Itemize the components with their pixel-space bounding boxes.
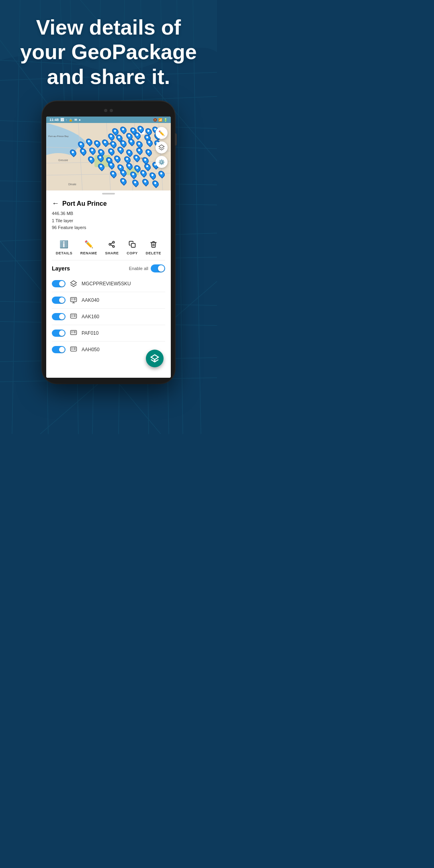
feature-layers-count: 96 Feature layers — [52, 224, 165, 231]
back-nav: ← Port Au Prince — [52, 196, 165, 209]
svg-line-48 — [111, 245, 113, 246]
layer-name-4: PAF010 — [82, 330, 98, 336]
enable-all-container: Enable all — [129, 264, 165, 272]
status-time: 11:48 — [49, 118, 59, 122]
map-pin — [119, 125, 128, 135]
layer-name-2: AAK040 — [82, 297, 99, 303]
status-left: 11:48 🖼 ↑ 🔒 ✉ ● — [49, 118, 81, 122]
rename-icon: ✏️ — [83, 239, 94, 250]
map-pin — [144, 148, 154, 157]
mail-icon: ✉ — [74, 118, 77, 122]
map-pin — [93, 139, 102, 148]
drag-handle[interactable] — [46, 190, 171, 196]
photo-icon: 🖼 — [60, 118, 64, 122]
edit-button[interactable]: ✏️ — [156, 127, 168, 139]
camera-right — [110, 109, 113, 112]
map-pin — [131, 178, 140, 188]
status-bar: 11:48 🖼 ↑ 🔒 ✉ ● 🔕 📶 🔋 — [46, 117, 171, 123]
details-icon: ℹ️ — [58, 239, 70, 250]
map-pin — [151, 179, 160, 188]
hero-section: View details of your GeoPackage and shar… — [0, 0, 217, 97]
package-size: 446.36 MB — [52, 210, 165, 217]
phone-camera-area — [46, 107, 171, 114]
svg-line-49 — [111, 243, 113, 244]
list-item: AAK160 — [52, 309, 165, 325]
action-toolbar: ℹ️ DETAILS ✏️ RENAME — [52, 235, 165, 260]
svg-marker-74 — [151, 355, 158, 360]
copy-icon — [127, 239, 138, 250]
back-button[interactable]: ← — [52, 199, 59, 208]
map-pin — [148, 171, 158, 180]
rename-label: RENAME — [80, 251, 97, 255]
map-view[interactable]: Greusie Gant Dinale Po... Port-au-Prince… — [46, 123, 171, 190]
enable-all-label: Enable all — [129, 266, 148, 271]
map-pin — [125, 162, 134, 171]
delete-label: DELETE — [146, 251, 162, 255]
battery-icon: 🔋 — [164, 118, 168, 122]
svg-marker-51 — [71, 280, 77, 285]
layers-section-title: Layers — [52, 265, 70, 272]
tile-layers-count: 1 Tile layer — [52, 217, 165, 225]
mute-icon: 🔕 — [153, 118, 157, 122]
layer-toggle-1[interactable] — [52, 280, 66, 287]
map-pin — [113, 154, 122, 164]
tile-layer-icon — [70, 280, 78, 288]
map-pin — [119, 177, 128, 186]
map-pins-layer — [46, 123, 171, 190]
phone-screen: 11:48 🖼 ↑ 🔒 ✉ ● 🔕 📶 🔋 — [46, 117, 171, 378]
layer-toggle-5[interactable] — [52, 346, 66, 353]
package-title: Port Au Prince — [62, 200, 107, 207]
map-pin — [157, 170, 166, 179]
dot-icon: ● — [79, 118, 81, 122]
map-pin — [101, 138, 110, 147]
layer-name-3: AAK160 — [82, 314, 99, 319]
map-pin — [87, 155, 96, 164]
map-pin — [69, 148, 78, 158]
layer-toggle-3[interactable] — [52, 313, 66, 320]
share-button[interactable]: SHARE — [105, 239, 119, 255]
list-item: MGCPPREVIEW5SKU — [52, 276, 165, 292]
side-button — [175, 133, 177, 145]
map-pin — [135, 146, 144, 156]
phone-mockup: 11:48 🖼 ↑ 🔒 ✉ ● 🔕 📶 🔋 — [0, 101, 217, 383]
feature-layer-icon — [70, 296, 78, 304]
add-layer-fab[interactable] — [146, 350, 164, 367]
upload-icon: ↑ — [66, 118, 67, 122]
map-pin — [109, 170, 118, 179]
feature-layer-icon-3 — [70, 329, 78, 337]
fab-container — [46, 358, 171, 378]
map-pin — [107, 147, 116, 156]
copy-label: COPY — [127, 251, 138, 255]
feature-layer-icon-4 — [70, 346, 78, 354]
layer-toggle-2[interactable] — [52, 297, 66, 304]
settings-button[interactable]: ⚙️ — [156, 156, 168, 168]
list-item: PAF010 — [52, 325, 165, 342]
wifi-icon: 📶 — [158, 118, 162, 122]
share-label: SHARE — [105, 251, 119, 255]
svg-rect-50 — [131, 244, 135, 248]
drag-handle-bar — [102, 193, 115, 194]
copy-button[interactable]: COPY — [127, 239, 138, 255]
delete-icon — [148, 239, 159, 250]
phone-frame: 11:48 🖼 ↑ 🔒 ✉ ● 🔕 📶 🔋 — [42, 101, 175, 383]
details-label: DETAILS — [56, 251, 72, 255]
feature-layer-icon-2 — [70, 313, 78, 321]
share-icon — [106, 239, 117, 250]
lock-icon: 🔒 — [69, 118, 73, 122]
layer-name-5: AAH050 — [82, 347, 100, 352]
map-pin — [88, 146, 97, 156]
details-button[interactable]: ℹ️ DETAILS — [56, 239, 72, 255]
enable-all-toggle[interactable] — [151, 264, 165, 272]
bottom-sheet: ← Port Au Prince 446.36 MB 1 Tile layer … — [46, 196, 171, 358]
map-pin — [85, 137, 94, 147]
rename-button[interactable]: ✏️ RENAME — [80, 239, 97, 255]
status-right: 🔕 📶 🔋 — [153, 118, 168, 122]
layers-header: Layers Enable all — [52, 260, 165, 276]
layers-button[interactable] — [156, 141, 168, 154]
layer-toggle-4[interactable] — [52, 330, 66, 337]
delete-button[interactable]: DELETE — [146, 239, 162, 255]
list-item: AAK040 — [52, 292, 165, 309]
map-pin — [141, 178, 150, 187]
map-controls: ✏️ ⚙️ — [156, 127, 168, 168]
add-icon — [150, 354, 159, 363]
